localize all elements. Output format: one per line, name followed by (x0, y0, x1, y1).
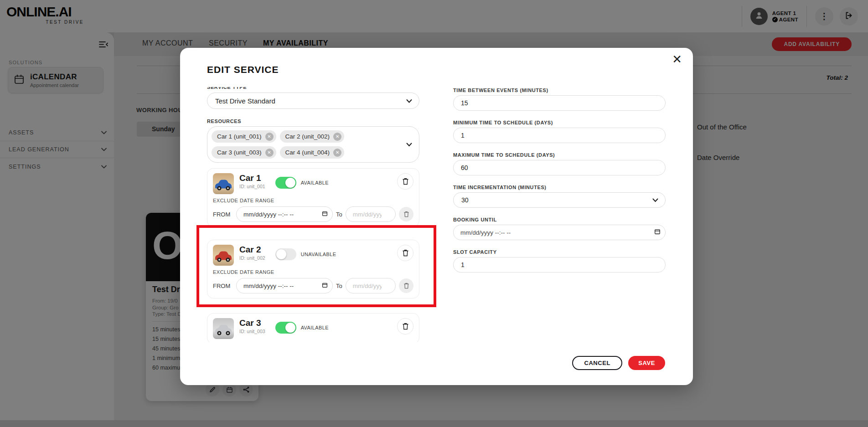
save-button[interactable]: SAVE (628, 356, 665, 370)
trash-icon (402, 178, 409, 185)
car2-exclude-label: EXCLUDE DATE RANGE (213, 269, 413, 275)
chip-label: Car 1 (unit_001) (217, 133, 262, 140)
resources-multiselect[interactable]: Car 1 (unit_001) ✕ Car 2 (unit_002) ✕ Ca… (207, 126, 419, 163)
car2-availability-toggle[interactable] (275, 248, 296, 260)
trash-icon (403, 283, 409, 289)
car1-name: Car 1 (239, 173, 265, 183)
car2-status-label: UNAVAILABLE (301, 252, 336, 257)
car1-availability-toggle[interactable] (275, 177, 296, 189)
time-increment-label: TIME INCREMENTATION (MINUTES) (453, 184, 666, 190)
resource-chip: Car 1 (unit_001) ✕ (212, 130, 276, 143)
time-increment-value: 30 (461, 196, 469, 204)
cancel-button[interactable]: CANCEL (572, 356, 622, 370)
car3-id: ID: unit_003 (239, 329, 265, 334)
car1-photo (213, 173, 234, 194)
car3-photo (213, 318, 234, 339)
trash-icon (403, 211, 409, 217)
to-label: To (336, 283, 342, 289)
min-schedule-label: MINIMUM TIME TO SCHEDULE (DAYS) (453, 119, 666, 126)
time-between-input[interactable] (453, 95, 666, 111)
car2-clear-dates-button[interactable] (399, 278, 413, 293)
from-label: FROM (213, 211, 233, 218)
car3-delete-button[interactable] (397, 318, 413, 334)
car2-name: Car 2 (239, 245, 265, 254)
remove-chip-icon[interactable]: ✕ (333, 133, 341, 141)
modal-title: EDIT SERVICE (207, 64, 279, 75)
car1-clear-dates-button[interactable] (399, 207, 413, 221)
resource-card-car3: Car 3 ID: unit_003 AVAILABLE (207, 313, 419, 342)
car1-from-date-input[interactable] (236, 206, 333, 222)
chip-label: Car 3 (unit_003) (217, 149, 262, 156)
resource-chip: Car 2 (unit_002) ✕ (280, 130, 345, 143)
car2-from-date-input[interactable] (236, 278, 333, 293)
modal-left-column: SERVICE TYPE Test Drive Standard RESOURC… (207, 87, 419, 342)
min-schedule-input[interactable] (453, 128, 666, 143)
car3-status-label: AVAILABLE (301, 325, 329, 330)
time-between-label: TIME BETWEEN EVENTS (MINUTES) (453, 87, 666, 93)
resources-label: RESOURCES (207, 118, 419, 124)
service-type-label: SERVICE TYPE (207, 87, 419, 90)
remove-chip-icon[interactable]: ✕ (265, 149, 274, 157)
time-increment-select[interactable]: 30 (453, 192, 666, 208)
modal-right-column: TIME BETWEEN EVENTS (MINUTES) MINIMUM TI… (453, 87, 666, 273)
resource-card-car2: Car 2 ID: unit_002 UNAVAILABLE EXCLUDE D… (207, 240, 419, 298)
booking-until-input[interactable] (453, 225, 666, 240)
service-type-select[interactable]: Test Drive Standard (207, 93, 419, 109)
car3-name: Car 3 (239, 318, 265, 328)
car2-id: ID: unit_002 (239, 255, 265, 261)
max-schedule-label: MAXIMUM TIME TO SCHEDULE (DAYS) (453, 152, 666, 158)
max-schedule-input[interactable] (453, 160, 666, 175)
chip-label: Car 2 (unit_002) (285, 133, 330, 140)
car1-id: ID: unit_001 (239, 184, 265, 189)
from-label: FROM (213, 283, 233, 289)
car1-delete-button[interactable] (397, 173, 413, 190)
slot-capacity-input[interactable] (453, 257, 666, 273)
car1-status-label: AVAILABLE (301, 180, 329, 185)
chevron-down-icon (652, 196, 658, 204)
car2-to-date-input[interactable] (346, 278, 396, 293)
booking-until-label: BOOKING UNTIL (453, 216, 666, 223)
car1-to-date-input[interactable] (346, 206, 396, 222)
car1-exclude-label: EXCLUDE DATE RANGE (213, 198, 413, 203)
service-type-value: Test Drive Standard (215, 97, 275, 105)
chip-label: Car 4 (unit_004) (285, 149, 330, 156)
close-icon[interactable]: ✕ (669, 51, 685, 68)
resource-card-car1: Car 1 ID: unit_001 AVAILABLE EXCLUDE DAT… (207, 168, 419, 227)
car2-photo (213, 245, 234, 266)
app-root: ONLINE.AI TEST DRIVE AGENT 1 ✓ AGENT ⋮ (0, 0, 868, 427)
slot-capacity-label: SLOT CAPACITY (453, 249, 666, 255)
remove-chip-icon[interactable]: ✕ (333, 149, 341, 157)
chevron-down-icon (406, 97, 412, 105)
car3-availability-toggle[interactable] (275, 322, 296, 334)
edit-service-modal: ✕ EDIT SERVICE SERVICE TYPE Test Drive S… (180, 48, 693, 385)
car2-delete-button[interactable] (397, 245, 413, 261)
trash-icon (402, 323, 409, 330)
trash-icon (402, 249, 409, 257)
remove-chip-icon[interactable]: ✕ (265, 133, 274, 141)
resource-chip: Car 4 (unit_004) ✕ (280, 146, 345, 159)
to-label: To (336, 211, 342, 218)
resource-chip: Car 3 (unit_003) ✕ (212, 146, 276, 159)
chevron-down-icon (406, 140, 412, 149)
